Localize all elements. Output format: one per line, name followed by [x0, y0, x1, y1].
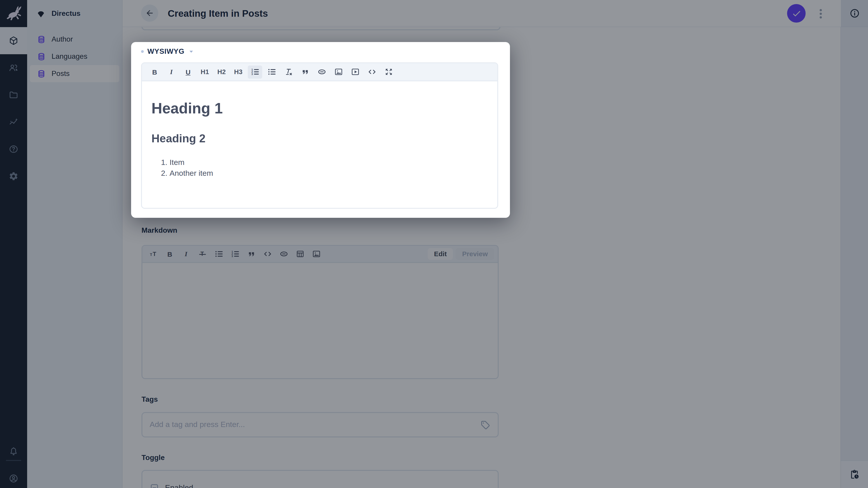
edited-dot-icon — [141, 50, 144, 53]
underline-glyph: U — [186, 68, 191, 76]
wysiwyg-heading-3-button[interactable]: H3 — [231, 65, 246, 78]
wysiwyg-field-label: WYSIWYG — [147, 47, 184, 56]
directus-app: Directus AuthorLanguagesPosts Creating I… — [0, 0, 868, 488]
wysiwyg-clear-formatting-button[interactable] — [281, 65, 296, 78]
bold-glyph: B — [152, 68, 157, 76]
wysiwyg-field-card: WYSIWYG BIUH1H2H3123 Heading 1 Heading 2… — [131, 42, 510, 218]
list-item: Item — [169, 157, 488, 168]
clear-formatting-icon — [284, 67, 293, 76]
wysiwyg-ordered-list-button[interactable]: 123 — [248, 65, 262, 78]
ordered-list-icon: 123 — [250, 67, 259, 76]
wysiwyg-fullscreen-button[interactable] — [381, 65, 396, 78]
wysiwyg-underline-button[interactable]: U — [181, 65, 195, 78]
wysiwyg-bold-button[interactable]: B — [147, 65, 162, 78]
content-heading-2: Heading 2 — [151, 132, 488, 145]
list-item: Another item — [169, 168, 488, 179]
wysiwyg-editor: BIUH1H2H3123 Heading 1 Heading 2 ItemAno… — [141, 62, 498, 209]
heading-1-glyph: H1 — [200, 68, 209, 75]
wysiwyg-image-button[interactable] — [331, 65, 346, 78]
image-icon — [334, 67, 343, 76]
bullet-list-icon — [267, 67, 276, 76]
blockquote-icon — [301, 67, 310, 76]
chevron-down-icon — [188, 48, 194, 55]
wysiwyg-code-button[interactable] — [365, 65, 379, 78]
wysiwyg-blockquote-button[interactable] — [298, 65, 312, 78]
code-icon — [368, 67, 377, 76]
video-icon — [351, 67, 360, 76]
italic-glyph: I — [170, 68, 173, 76]
wysiwyg-video-button[interactable] — [348, 65, 363, 78]
wysiwyg-italic-button[interactable]: I — [164, 65, 179, 78]
svg-text:3: 3 — [251, 72, 253, 75]
wysiwyg-link-button[interactable] — [315, 65, 329, 78]
heading-2-glyph: H2 — [217, 68, 225, 75]
wysiwyg-label-row[interactable]: WYSIWYG — [141, 47, 194, 56]
heading-3-glyph: H3 — [234, 68, 242, 75]
wysiwyg-bullet-list-button[interactable] — [265, 65, 279, 78]
wysiwyg-heading-2-button[interactable]: H2 — [214, 65, 229, 78]
wysiwyg-heading-1-button[interactable]: H1 — [197, 65, 212, 78]
content-ordered-list: ItemAnother item — [151, 157, 488, 179]
content-heading-1: Heading 1 — [151, 100, 488, 117]
wysiwyg-content[interactable]: Heading 1 Heading 2 ItemAnother item — [142, 100, 497, 209]
fullscreen-icon — [384, 67, 393, 76]
wysiwyg-toolbar: BIUH1H2H3123 — [142, 63, 497, 81]
link-icon — [317, 67, 327, 76]
